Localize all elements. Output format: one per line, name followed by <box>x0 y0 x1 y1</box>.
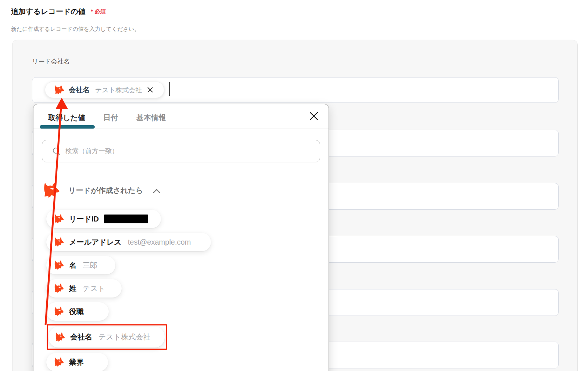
tab-date[interactable]: 日付 <box>103 113 118 123</box>
required-badge: ＊必須 <box>89 8 106 14</box>
active-tab-underline <box>40 125 95 129</box>
item-value: test@example.com <box>128 238 191 246</box>
item-value: 三郎 <box>83 260 97 270</box>
page-title: 追加するレコードの値＊必須 <box>11 7 106 17</box>
variable-search-input[interactable] <box>65 147 301 155</box>
item-label: メールアドレス <box>69 237 122 247</box>
item-label: 業界 <box>69 357 84 367</box>
text-cursor <box>169 82 170 96</box>
variable-item-last-name[interactable]: 姓 テスト <box>46 279 122 298</box>
lead-company-label: リード会社名 <box>32 57 70 66</box>
search-icon <box>52 147 61 156</box>
fox-icon <box>54 214 64 224</box>
tab-basic-info[interactable]: 基本情報 <box>136 113 166 123</box>
item-label: リードID <box>69 214 99 224</box>
variable-chip[interactable]: 会社名 テスト株式会社 <box>45 82 164 98</box>
fox-icon <box>54 357 64 367</box>
item-label: 姓 <box>69 284 76 293</box>
variable-item-job-title[interactable]: 役職 <box>46 302 109 321</box>
fox-icon <box>54 283 64 293</box>
variable-item-lead-id[interactable]: リードID <box>46 210 161 228</box>
chevron-up-icon <box>153 189 160 193</box>
chip-remove-icon[interactable] <box>147 87 153 93</box>
item-value: テスト <box>83 284 105 293</box>
fox-icon <box>42 182 60 199</box>
fox-icon <box>54 237 64 247</box>
trigger-group-label: リードが作成されたら <box>68 186 143 195</box>
tab-retrieved-values[interactable]: 取得した値 <box>48 113 85 123</box>
variable-item-industry[interactable]: 業界 <box>46 353 108 371</box>
record-value-editor: 追加するレコードの値＊必須 新たに作成するレコードの値を入力してください。 リー… <box>0 0 588 371</box>
tab-divider <box>33 129 329 129</box>
trigger-group-header[interactable]: リードが作成されたら <box>42 180 160 201</box>
chip-value: テスト株式会社 <box>95 86 142 94</box>
close-icon <box>309 111 319 121</box>
variable-item-first-name[interactable]: 名 三郎 <box>46 256 115 274</box>
chip-label: 会社名 <box>69 85 90 95</box>
fox-icon <box>54 306 64 317</box>
item-label: 名 <box>69 260 76 270</box>
item-label: 役職 <box>69 307 84 317</box>
variable-item-email[interactable]: メールアドレス test@example.com <box>46 233 211 251</box>
annotation-highlight-box <box>47 324 167 350</box>
page-subtitle: 新たに作成するレコードの値を入力してください。 <box>11 26 140 33</box>
variable-search-box <box>42 140 320 162</box>
popup-close-button[interactable] <box>308 111 319 122</box>
fox-icon <box>54 85 64 95</box>
redacted-value-box <box>104 215 148 223</box>
fox-icon <box>54 260 64 270</box>
